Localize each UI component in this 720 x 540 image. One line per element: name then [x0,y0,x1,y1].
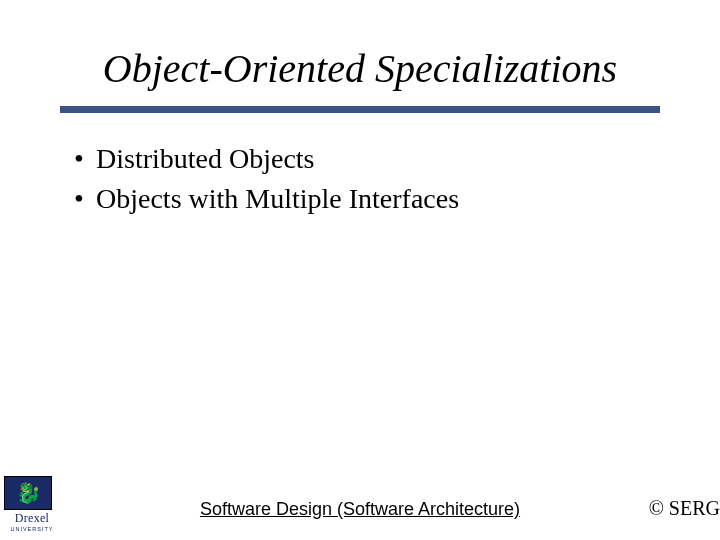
footer-copyright: © SERG [649,497,720,520]
footer-center: Software Design (Software Architecture) [0,499,720,520]
bullet-text: Objects with Multiple Interfaces [96,183,459,214]
list-item: •Objects with Multiple Interfaces [74,180,654,218]
bullet-text: Distributed Objects [96,143,315,174]
logo-sub: UNIVERSITY [4,526,60,532]
bullet-icon: • [74,140,96,178]
list-item: •Distributed Objects [74,140,654,178]
bullet-list: •Distributed Objects •Objects with Multi… [74,140,654,220]
title-rule [60,106,660,113]
slide-title: Object-Oriented Specializations [0,45,720,92]
bullet-icon: • [74,180,96,218]
slide: Object-Oriented Specializations •Distrib… [0,0,720,540]
